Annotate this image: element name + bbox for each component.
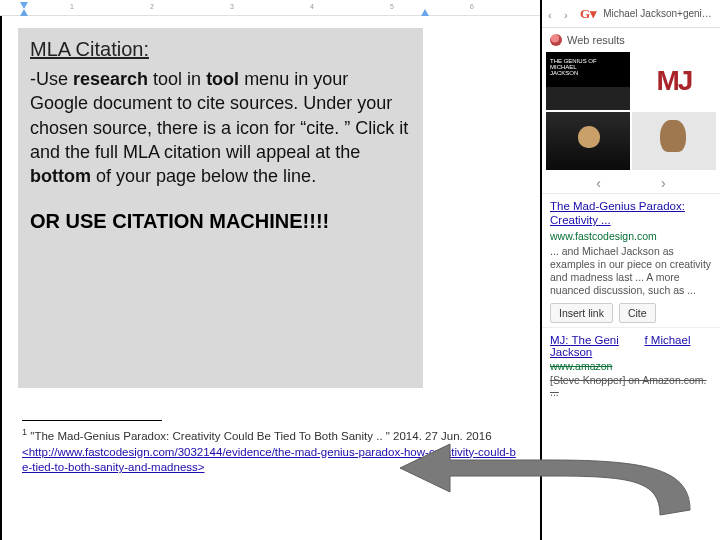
image-result-3[interactable]	[546, 112, 630, 170]
result-title-link[interactable]: The Mad-Genius Paradox: Creativity ...	[550, 200, 712, 228]
callout-body: -Use research tool in tool menu in your …	[30, 67, 411, 188]
result-title-link[interactable]: MJ: The Geni____f Michael Jackson	[550, 334, 712, 358]
image-mj-text: MJ	[657, 65, 692, 97]
callout-title: MLA Citation:	[30, 38, 411, 61]
ruler-mark: 6	[470, 3, 474, 10]
window-left-edge	[0, 0, 2, 540]
nav-back-icon[interactable]: ‹	[548, 9, 558, 19]
t: tool in	[148, 69, 206, 89]
footnote-url[interactable]: <http://www.fastcodesign.com/3032144/evi…	[22, 445, 522, 476]
sidebar-results-header: Web results	[542, 28, 720, 50]
insert-link-button[interactable]: Insert link	[550, 303, 613, 323]
bold-research: research	[73, 69, 148, 89]
image-caption: THE GENIUS OF MICHAEL JACKSON	[550, 58, 597, 76]
nav-forward-icon[interactable]: ›	[564, 9, 574, 19]
result-snippet: [Steve Knopper] on Amazon.com. ...	[550, 374, 712, 398]
image-result-1[interactable]: THE GENIUS OF MICHAEL JACKSON	[546, 52, 630, 110]
research-sidebar: ‹ › G▾ Michael Jackson+genius+ma Web res…	[542, 0, 720, 540]
ruler-mark: 5	[390, 3, 394, 10]
image-result-2[interactable]: MJ	[632, 52, 716, 110]
web-result-1: The Mad-Genius Paradox: Creativity ... w…	[542, 194, 720, 328]
image-result-4[interactable]	[632, 112, 716, 170]
ruler-mark: 3	[230, 3, 234, 10]
web-result-2: MJ: The Geni____f Michael Jackson www.am…	[542, 328, 720, 398]
footnote-number: 1	[22, 427, 27, 437]
ruler-mark: 4	[310, 3, 314, 10]
t: JACKSON	[550, 70, 578, 76]
results-header-label: Web results	[567, 34, 625, 46]
image-next-icon[interactable]: ›	[661, 175, 666, 191]
right-indent-marker[interactable]	[421, 9, 429, 16]
result-actions: Insert link Cite	[550, 303, 712, 323]
ruler-mark: 2	[150, 3, 154, 10]
sidebar-search-bar: ‹ › G▾ Michael Jackson+genius+ma	[542, 0, 720, 28]
image-results-grid: THE GENIUS OF MICHAEL JACKSON MJ	[542, 50, 720, 172]
result-url: www.amazon	[550, 360, 712, 372]
result-snippet: ... and Michael Jackson as examples in o…	[550, 245, 712, 298]
instruction-callout: MLA Citation: -Use research tool in tool…	[18, 28, 423, 388]
t: of your page below the line.	[91, 166, 316, 186]
ruler-mark: 1	[70, 3, 74, 10]
footnote-title-text: "The Mad-Genius Paradox: Creativity Coul…	[30, 430, 491, 442]
image-prev-icon[interactable]: ‹	[596, 175, 601, 191]
footnote-separator	[22, 420, 162, 421]
footnote-area: 1 "The Mad-Genius Paradox: Creativity Co…	[22, 420, 522, 476]
search-query-text[interactable]: Michael Jackson+genius+ma	[603, 8, 714, 19]
footnote-line: 1 "The Mad-Genius Paradox: Creativity Co…	[22, 427, 522, 445]
image-pager: ‹ ›	[542, 172, 720, 194]
first-line-indent-marker[interactable]	[20, 2, 28, 9]
left-indent-marker[interactable]	[20, 9, 28, 16]
t: -Use	[30, 69, 73, 89]
result-url: www.fastcodesign.com	[550, 230, 712, 242]
t: MJ: The Geni	[550, 334, 619, 346]
globe-icon	[550, 34, 562, 46]
bold-bottom: bottom	[30, 166, 91, 186]
screenshot-root: 1 2 3 4 5 6 MLA Citation: -Use research …	[0, 0, 720, 540]
google-logo-icon: G▾	[580, 6, 597, 22]
cite-button[interactable]: Cite	[619, 303, 656, 323]
t: [Steve Knopper] on Amazon.com. ...	[550, 374, 706, 398]
bold-tool: tool	[206, 69, 239, 89]
t: www.amazon	[550, 360, 612, 372]
callout-or-line: OR USE CITATION MACHINE!!!!	[30, 210, 411, 233]
